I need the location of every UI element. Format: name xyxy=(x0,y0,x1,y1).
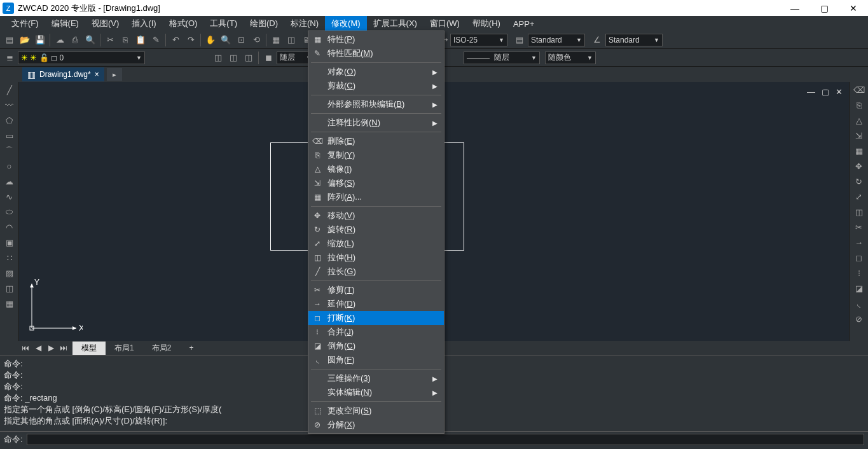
tablestyle-select[interactable]: Standard▼ xyxy=(605,34,663,46)
arc-icon[interactable]: ⌒ xyxy=(3,144,17,157)
menuitem-打断(K)[interactable]: ◻打断(K) xyxy=(308,311,444,325)
menuitem-特性匹配(M)[interactable]: ✎特性匹配(M) xyxy=(308,46,444,60)
maximize-button[interactable]: ▢ xyxy=(809,0,839,16)
textstyle-select[interactable]: Standard▼ xyxy=(528,34,585,46)
open-icon[interactable]: 📂 xyxy=(18,33,32,47)
menuitem-延伸(D)[interactable]: →延伸(D) xyxy=(308,297,444,311)
minimize-button[interactable]: — xyxy=(780,0,809,16)
menu-编辑(E)[interactable]: 编辑(E) xyxy=(45,16,85,31)
line-icon[interactable]: ╱ xyxy=(3,83,17,96)
menuitem-实体编辑(N)[interactable]: 实体编辑(N)▶ xyxy=(308,385,444,399)
menuitem-拉伸(H)[interactable]: ◫拉伸(H) xyxy=(308,251,444,265)
cut-icon[interactable]: ✂ xyxy=(103,33,117,47)
layermgr-icon[interactable]: ≣ xyxy=(3,51,17,65)
cloud-icon[interactable]: ☁ xyxy=(3,175,17,188)
menu-视图(V)[interactable]: 视图(V) xyxy=(85,16,125,31)
savecloud-icon[interactable]: ☁ xyxy=(53,33,67,47)
lay1-icon[interactable]: ◫ xyxy=(211,51,225,65)
dimstyle-select[interactable]: ISO-25▼ xyxy=(450,34,507,46)
tab-first-icon[interactable]: ⏮ xyxy=(19,343,32,352)
print-icon[interactable]: ⎙ xyxy=(68,33,82,47)
menuitem-更改空间(S)[interactable]: ⬚更改空间(S) xyxy=(308,404,444,418)
tab-next-icon[interactable]: ▶ xyxy=(45,343,57,352)
linetype-select[interactable]: ——— 随层▼ xyxy=(464,52,540,64)
doctab-close-icon[interactable]: × xyxy=(95,70,99,79)
menuitem-修剪(T)[interactable]: ✂修剪(T) xyxy=(308,283,444,297)
menuitem-倒角(C)[interactable]: ◪倒角(C) xyxy=(308,339,444,353)
array-icon[interactable]: ▦ xyxy=(852,144,866,157)
table-icon[interactable]: ∠ xyxy=(590,33,604,47)
menuitem-偏移(S)[interactable]: ⇲偏移(S) xyxy=(308,176,444,190)
menuitem-外部参照和块编辑(B)[interactable]: 外部参照和块编辑(B)▶ xyxy=(308,97,444,111)
menuitem-合并(J)[interactable]: ⁝合并(J) xyxy=(308,325,444,339)
menuitem-删除(E)[interactable]: ⌫删除(E) xyxy=(308,134,444,148)
tab-model[interactable]: 模型 xyxy=(72,342,106,355)
layer-select[interactable]: ☀ ☀ 🔓 ◻ 0▼ xyxy=(18,52,145,64)
tab-prev-icon[interactable]: ◀ xyxy=(32,343,45,352)
undo-icon[interactable]: ↶ xyxy=(169,33,183,47)
save-icon[interactable]: 💾 xyxy=(33,33,47,47)
table-draw-icon[interactable]: ▦ xyxy=(3,297,17,310)
mirror-icon[interactable]: △ xyxy=(852,114,866,127)
menu-扩展工具(X)[interactable]: 扩展工具(X) xyxy=(367,16,424,31)
scale-icon[interactable]: ⤢ xyxy=(852,190,866,203)
menu-工具(T)[interactable]: 工具(T) xyxy=(203,16,244,31)
pline-icon[interactable]: 〰 xyxy=(3,99,17,111)
menuitem-复制(Y)[interactable]: ⎘复制(Y) xyxy=(308,148,444,162)
zoomprev-icon[interactable]: ⟲ xyxy=(249,33,263,47)
pan-icon[interactable]: ✋ xyxy=(203,33,217,47)
menuitem-对象(O)[interactable]: 对象(O)▶ xyxy=(308,65,444,79)
circle-icon[interactable]: ○ xyxy=(3,160,17,172)
color-icon[interactable]: ◼ xyxy=(261,51,275,65)
zoom-icon[interactable]: 🔍 xyxy=(219,33,233,47)
move-icon[interactable]: ✥ xyxy=(852,160,866,172)
menuitem-分解(X)[interactable]: ⊘分解(X) xyxy=(308,418,444,432)
design-icon[interactable]: ◫ xyxy=(284,33,298,47)
explode-icon[interactable]: ⊘ xyxy=(852,312,866,325)
menu-标注(N)[interactable]: 标注(N) xyxy=(284,16,325,31)
command-input[interactable] xyxy=(27,434,864,445)
redo-icon[interactable]: ↷ xyxy=(184,33,198,47)
join-icon[interactable]: ⁝ xyxy=(852,266,866,279)
menuitem-拉长(G)[interactable]: ╱拉长(G) xyxy=(308,265,444,279)
lineweight-select[interactable]: 随颜色▼ xyxy=(545,52,596,64)
hatch-icon[interactable]: ▨ xyxy=(3,266,17,279)
close-button[interactable]: ✕ xyxy=(839,0,868,16)
props-icon[interactable]: ▦ xyxy=(269,33,283,47)
tab-add[interactable]: + xyxy=(180,342,202,354)
trim-icon[interactable]: ✂ xyxy=(852,221,866,233)
menu-窗口(W)[interactable]: 窗口(W) xyxy=(424,16,466,31)
offset-icon[interactable]: ⇲ xyxy=(852,129,866,142)
extend-icon[interactable]: → xyxy=(852,236,866,249)
point-icon[interactable]: ∷ xyxy=(3,251,17,264)
paste-icon[interactable]: 📋 xyxy=(134,33,148,47)
text-icon[interactable]: ▤ xyxy=(513,33,527,47)
tab-last-icon[interactable]: ⏭ xyxy=(57,343,70,352)
menu-格式(O)[interactable]: 格式(O) xyxy=(163,16,204,31)
menu-帮助(H)[interactable]: 帮助(H) xyxy=(466,16,507,31)
lay3-icon[interactable]: ◫ xyxy=(242,51,256,65)
rotate-icon[interactable]: ↻ xyxy=(852,175,866,188)
menuitem-三维操作(3)[interactable]: 三维操作(3)▶ xyxy=(308,371,444,385)
rect-icon[interactable]: ▭ xyxy=(3,129,17,142)
menu-文件(F)[interactable]: 文件(F) xyxy=(5,16,45,31)
menu-插入(I)[interactable]: 插入(I) xyxy=(125,16,162,31)
menuitem-镜像(I)[interactable]: △镜像(I) xyxy=(308,162,444,176)
break-icon[interactable]: ◻ xyxy=(852,251,866,264)
zoomwin-icon[interactable]: ⊡ xyxy=(234,33,248,47)
fillet-icon[interactable]: ◟ xyxy=(852,297,866,310)
matchprop-icon[interactable]: ✎ xyxy=(149,33,163,47)
menu-绘图(D)[interactable]: 绘图(D) xyxy=(244,16,284,31)
panel-max-icon[interactable]: ▢ xyxy=(822,87,829,97)
region-icon[interactable]: ◫ xyxy=(3,282,17,294)
menuitem-圆角(F)[interactable]: ◟圆角(F) xyxy=(308,353,444,367)
chamfer-icon[interactable]: ◪ xyxy=(852,282,866,294)
lay2-icon[interactable]: ◫ xyxy=(226,51,240,65)
menuitem-阵列(A)...[interactable]: ▦阵列(A)... xyxy=(308,190,444,204)
spline-icon[interactable]: ∿ xyxy=(3,190,17,203)
menuitem-特性(P)[interactable]: ▦特性(P) xyxy=(308,32,444,46)
ellipse-icon[interactable]: ⬭ xyxy=(3,205,17,218)
menuitem-注释性比例(N)[interactable]: 注释性比例(N)▶ xyxy=(308,116,444,130)
new-doctab-button[interactable]: ▸ xyxy=(107,68,122,81)
menuitem-移动(V)[interactable]: ✥移动(V) xyxy=(308,209,444,223)
